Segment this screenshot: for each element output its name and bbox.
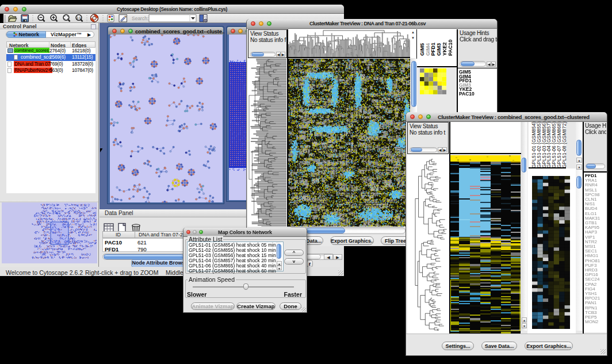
- svg-text:Search:: Search:: [132, 16, 148, 21]
- svg-text:1:1: 1:1: [77, 17, 81, 20]
